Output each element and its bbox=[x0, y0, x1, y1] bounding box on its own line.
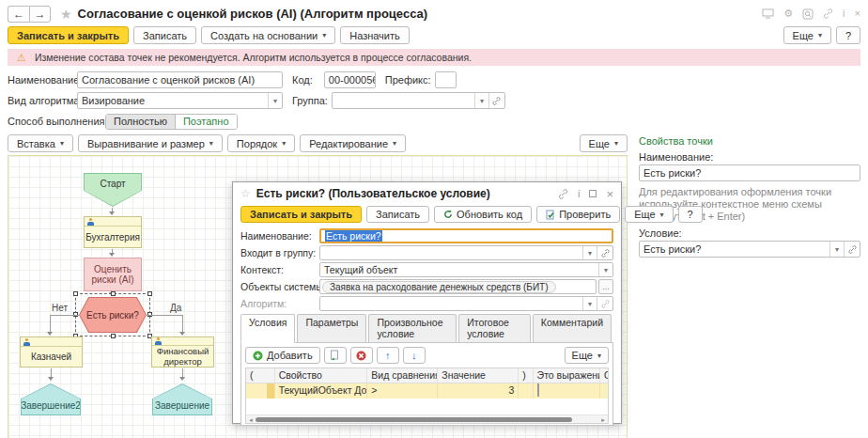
link-icon[interactable] bbox=[823, 8, 833, 19]
end-node[interactable]: Завершение bbox=[152, 383, 212, 415]
table-more-button[interactable]: Еще▾ bbox=[565, 347, 609, 364]
zoom-view-icon[interactable] bbox=[802, 8, 814, 20]
create-based-on-button[interactable]: Создать на основании▾ bbox=[201, 26, 335, 44]
col-open-paren[interactable]: ( bbox=[246, 368, 275, 383]
forward-button[interactable]: → bbox=[29, 6, 51, 23]
dialog-save-button[interactable]: Записать bbox=[366, 206, 429, 223]
tab-conditions[interactable]: Условия bbox=[240, 314, 295, 343]
dialog-objects-field[interactable]: Заявка на расходование денежных средств … bbox=[319, 279, 597, 294]
chevron-down-icon[interactable]: ▾ bbox=[598, 263, 612, 276]
scrollbar-thumb[interactable] bbox=[256, 417, 572, 422]
fin-director-node[interactable]: Финансовый директор bbox=[151, 336, 214, 368]
order-menu-button[interactable]: Порядок▾ bbox=[227, 134, 295, 152]
insert-menu-button[interactable]: Вставка▾ bbox=[8, 134, 73, 152]
accounting-node[interactable]: Бухгалтерия bbox=[84, 216, 142, 248]
assign-button[interactable]: Назначить bbox=[340, 26, 410, 44]
horizontal-scrollbar[interactable]: ◂ ▸ bbox=[246, 415, 608, 423]
chevron-down-icon[interactable]: ▾ bbox=[268, 93, 282, 108]
selection-handle[interactable] bbox=[111, 291, 116, 296]
checkbox-unchecked[interactable] bbox=[537, 383, 539, 397]
cell-is-expression[interactable] bbox=[534, 383, 600, 399]
condition-node[interactable]: Есть риски? bbox=[79, 297, 147, 333]
properties-condition-select[interactable]: Есть риски? ▾ bbox=[639, 241, 860, 258]
flowchart-more-button[interactable]: Еще▾ bbox=[580, 134, 628, 152]
dialog-group-select[interactable]: ▾ bbox=[319, 245, 613, 260]
col-close-paren[interactable]: ) bbox=[519, 368, 533, 383]
help-button[interactable]: ? bbox=[836, 26, 860, 44]
move-down-button[interactable]: ↓ bbox=[403, 347, 426, 364]
close-dialog-icon[interactable]: × bbox=[606, 187, 613, 201]
chevron-down-icon[interactable]: ▾ bbox=[829, 242, 844, 257]
open-link-icon[interactable] bbox=[597, 246, 612, 259]
chevron-down-icon[interactable]: ▾ bbox=[582, 246, 597, 259]
dialog-help-button[interactable]: ? bbox=[678, 206, 703, 223]
scroll-left-icon[interactable]: ◂ bbox=[246, 415, 256, 424]
move-up-button[interactable]: ↑ bbox=[377, 347, 399, 364]
edit-menu-button[interactable]: Редактирование▾ bbox=[300, 134, 406, 152]
monitor-icon[interactable] bbox=[762, 8, 774, 19]
execution-full-option[interactable]: Полностью bbox=[106, 115, 176, 129]
save-button[interactable]: Записать bbox=[133, 26, 196, 44]
col-union[interactable]: Объединение с bbox=[600, 368, 608, 383]
object-tag[interactable]: Заявка на расходование денежных средств … bbox=[322, 281, 556, 293]
selection-handle[interactable] bbox=[111, 334, 116, 338]
link-icon[interactable] bbox=[558, 189, 568, 199]
tab-parameters[interactable]: Параметры bbox=[297, 314, 366, 343]
chevron-down-icon[interactable]: ▾ bbox=[582, 297, 597, 310]
objects-more-button[interactable]: ... bbox=[598, 279, 613, 294]
algorithm-type-select[interactable]: Визирование ▾ bbox=[77, 92, 283, 109]
start-node[interactable]: Старт bbox=[84, 173, 142, 207]
end2-node[interactable]: Завершение2 bbox=[21, 383, 81, 415]
close-window-icon[interactable]: × bbox=[855, 8, 860, 19]
dialog-more-button[interactable]: Еще▾ bbox=[625, 206, 673, 223]
dialog-save-close-button[interactable]: Записать и закрыть bbox=[240, 206, 362, 223]
prefix-input[interactable] bbox=[435, 71, 457, 88]
info-icon[interactable]: i bbox=[578, 188, 580, 199]
cell-property[interactable]: ТекущийОбъект Доп... bbox=[275, 383, 368, 399]
group-select[interactable]: ▾ bbox=[332, 92, 505, 109]
dialog-context-select[interactable]: Текущий объект ▾ bbox=[319, 262, 613, 277]
col-comparison[interactable]: Вид сравнения bbox=[367, 368, 438, 383]
open-link-icon[interactable] bbox=[488, 93, 504, 108]
assess-risks-node[interactable]: Оценить риски (AI) bbox=[84, 258, 142, 291]
dialog-name-input[interactable]: Есть риски? bbox=[319, 228, 613, 243]
col-is-expression[interactable]: Это выражение bbox=[534, 368, 600, 383]
caret-down-icon: ▾ bbox=[282, 139, 286, 148]
info-icon[interactable]: i bbox=[843, 8, 845, 19]
properties-name-input[interactable]: Есть риски? bbox=[639, 164, 860, 181]
treasurer-node[interactable]: Казначей bbox=[20, 336, 83, 368]
back-button[interactable]: ← bbox=[8, 6, 29, 23]
align-size-menu-button[interactable]: Выравнивание и размер▾ bbox=[78, 134, 223, 152]
code-input[interactable]: 00-000056 bbox=[324, 71, 376, 88]
check-button[interactable]: Проверить bbox=[536, 206, 620, 223]
execution-staged-option[interactable]: Поэтапно bbox=[176, 115, 237, 129]
col-property[interactable]: Свойство bbox=[275, 368, 368, 383]
save-close-button[interactable]: Записать и закрыть bbox=[8, 26, 129, 44]
more-button[interactable]: Еще▾ bbox=[783, 26, 831, 44]
tab-final-condition[interactable]: Итоговое условие bbox=[458, 314, 531, 343]
scroll-right-icon[interactable]: ▸ bbox=[598, 415, 608, 424]
dialog-algorithm-select[interactable]: ▾ bbox=[319, 296, 613, 311]
col-value[interactable]: Значение bbox=[438, 368, 519, 383]
refresh-code-button[interactable]: Обновить код bbox=[434, 206, 532, 223]
cell-value[interactable]: 3 bbox=[438, 383, 519, 399]
selection-handle[interactable] bbox=[73, 291, 78, 296]
chevron-down-icon[interactable]: ▾ bbox=[474, 93, 488, 108]
open-link-icon[interactable] bbox=[597, 297, 612, 310]
cell-comparison[interactable]: > bbox=[367, 383, 438, 399]
selection-handle[interactable] bbox=[147, 291, 152, 296]
gear-icon[interactable]: ⚙ bbox=[783, 8, 793, 19]
caret-down-icon: ▾ bbox=[209, 139, 213, 148]
tab-comment[interactable]: Комментарий bbox=[533, 314, 612, 343]
name-input[interactable]: Согласование с оценкой рисков (AI) bbox=[77, 71, 283, 88]
maximize-icon[interactable] bbox=[589, 190, 597, 197]
add-row-button[interactable]: Добавить bbox=[245, 347, 320, 364]
copy-row-button[interactable] bbox=[324, 347, 347, 364]
favorite-star-outline-icon[interactable]: ☆ bbox=[240, 187, 251, 200]
delete-row-button[interactable] bbox=[350, 347, 373, 364]
favorite-star-icon[interactable]: ★ bbox=[60, 7, 72, 22]
tab-custom-condition[interactable]: Произвольное условие bbox=[368, 314, 457, 343]
dialog-tabs: Условия Параметры Произвольное условие И… bbox=[240, 314, 613, 343]
table-row[interactable]: ТекущийОбъект Доп... > 3 bbox=[246, 383, 608, 399]
open-link-icon[interactable] bbox=[844, 242, 860, 257]
